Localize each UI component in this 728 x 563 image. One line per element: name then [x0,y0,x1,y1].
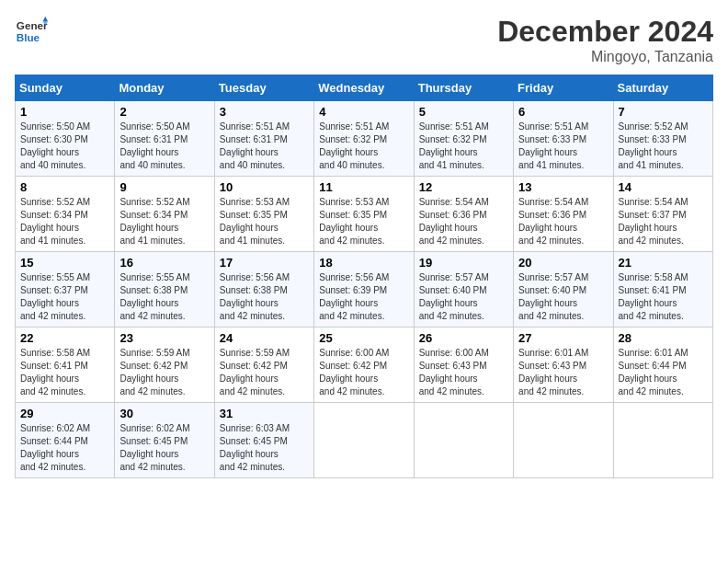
day-info: Sunrise: 5:51 AM Sunset: 6:31 PM Dayligh… [220,121,309,172]
calendar-cell: 12 Sunrise: 5:54 AM Sunset: 6:36 PM Dayl… [414,177,513,252]
page-header: General Blue December 2024 Mingoyo, Tanz… [15,15,713,65]
day-info: Sunrise: 5:51 AM Sunset: 6:32 PM Dayligh… [419,121,508,172]
calendar-cell: 15 Sunrise: 5:55 AM Sunset: 6:37 PM Dayl… [16,252,115,327]
title-block: December 2024 Mingoyo, Tanzania [497,15,713,65]
day-number: 23 [119,331,209,345]
day-info: Sunrise: 5:52 AM Sunset: 6:34 PM Dayligh… [20,196,109,247]
day-info: Sunrise: 5:56 AM Sunset: 6:39 PM Dayligh… [319,271,408,323]
calendar-subtitle: Mingoyo, Tanzania [497,49,713,65]
calendar-cell: 29 Sunrise: 6:02 AM Sunset: 6:44 PM Dayl… [16,403,115,478]
day-info: Sunrise: 5:59 AM Sunset: 6:42 PM Dayligh… [119,347,209,398]
weekday-header-wednesday: Wednesday [314,75,414,101]
day-info: Sunrise: 5:55 AM Sunset: 6:37 PM Dayligh… [20,271,109,323]
day-number: 20 [518,256,608,270]
weekday-header-tuesday: Tuesday [214,75,313,101]
calendar-cell: 21 Sunrise: 5:58 AM Sunset: 6:41 PM Dayl… [613,252,712,327]
day-info: Sunrise: 5:51 AM Sunset: 6:33 PM Dayligh… [518,121,608,172]
day-info: Sunrise: 5:52 AM Sunset: 6:34 PM Dayligh… [119,196,209,247]
day-number: 12 [419,180,508,194]
calendar-cell: 25 Sunrise: 6:00 AM Sunset: 6:42 PM Dayl… [314,327,414,403]
calendar-cell: 11 Sunrise: 5:53 AM Sunset: 6:35 PM Dayl… [314,177,414,252]
calendar-cell: 1 Sunrise: 5:50 AM Sunset: 6:30 PM Dayli… [16,101,115,177]
day-info: Sunrise: 5:51 AM Sunset: 6:32 PM Dayligh… [319,121,408,172]
day-info: Sunrise: 6:01 AM Sunset: 6:43 PM Dayligh… [518,347,608,398]
day-number: 8 [20,180,109,194]
day-number: 3 [220,105,309,119]
day-info: Sunrise: 5:54 AM Sunset: 6:36 PM Dayligh… [518,196,608,247]
calendar-cell: 9 Sunrise: 5:52 AM Sunset: 6:34 PM Dayli… [115,177,214,252]
calendar-cell: 13 Sunrise: 5:54 AM Sunset: 6:36 PM Dayl… [514,177,613,252]
day-info: Sunrise: 5:56 AM Sunset: 6:38 PM Dayligh… [220,271,309,323]
day-info: Sunrise: 6:02 AM Sunset: 6:45 PM Dayligh… [119,422,209,474]
calendar-week-4: 22 Sunrise: 5:58 AM Sunset: 6:41 PM Dayl… [16,327,713,403]
calendar-cell: 24 Sunrise: 5:59 AM Sunset: 6:42 PM Dayl… [214,327,313,403]
calendar-cell [414,403,513,478]
calendar-cell: 4 Sunrise: 5:51 AM Sunset: 6:32 PM Dayli… [314,101,414,177]
calendar-cell [514,403,613,478]
day-info: Sunrise: 6:00 AM Sunset: 6:42 PM Dayligh… [319,347,408,398]
calendar-cell: 31 Sunrise: 6:03 AM Sunset: 6:45 PM Dayl… [214,403,313,478]
day-number: 18 [319,256,408,270]
day-info: Sunrise: 5:57 AM Sunset: 6:40 PM Dayligh… [518,271,608,323]
day-info: Sunrise: 5:58 AM Sunset: 6:41 PM Dayligh… [20,347,109,398]
calendar-cell: 26 Sunrise: 6:00 AM Sunset: 6:43 PM Dayl… [414,327,513,403]
day-info: Sunrise: 5:50 AM Sunset: 6:30 PM Dayligh… [20,121,109,172]
calendar-cell [314,403,414,478]
calendar-week-5: 29 Sunrise: 6:02 AM Sunset: 6:44 PM Dayl… [16,403,713,478]
day-number: 19 [419,256,508,270]
day-number: 26 [419,331,508,345]
day-info: Sunrise: 6:00 AM Sunset: 6:43 PM Dayligh… [419,347,508,398]
calendar-cell: 22 Sunrise: 5:58 AM Sunset: 6:41 PM Dayl… [16,327,115,403]
calendar-week-1: 1 Sunrise: 5:50 AM Sunset: 6:30 PM Dayli… [16,101,713,177]
weekday-header-monday: Monday [115,75,214,101]
calendar-cell: 5 Sunrise: 5:51 AM Sunset: 6:32 PM Dayli… [414,101,513,177]
calendar-cell: 23 Sunrise: 5:59 AM Sunset: 6:42 PM Dayl… [115,327,214,403]
day-number: 11 [319,180,408,194]
weekday-header-row: SundayMondayTuesdayWednesdayThursdayFrid… [16,75,713,101]
weekday-header-thursday: Thursday [414,75,513,101]
weekday-header-sunday: Sunday [16,75,115,101]
calendar-cell: 8 Sunrise: 5:52 AM Sunset: 6:34 PM Dayli… [16,177,115,252]
calendar-cell: 14 Sunrise: 5:54 AM Sunset: 6:37 PM Dayl… [613,177,712,252]
day-number: 25 [319,331,408,345]
calendar-cell: 3 Sunrise: 5:51 AM Sunset: 6:31 PM Dayli… [214,101,313,177]
calendar-cell [613,403,712,478]
day-info: Sunrise: 5:50 AM Sunset: 6:31 PM Dayligh… [119,121,209,172]
day-number: 29 [20,407,109,420]
logo-icon: General Blue [15,15,48,48]
day-number: 6 [518,105,608,119]
calendar-cell: 27 Sunrise: 6:01 AM Sunset: 6:43 PM Dayl… [514,327,613,403]
calendar-cell: 2 Sunrise: 5:50 AM Sunset: 6:31 PM Dayli… [115,101,214,177]
day-number: 5 [419,105,508,119]
day-info: Sunrise: 6:01 AM Sunset: 6:44 PM Dayligh… [619,347,708,398]
weekday-header-friday: Friday [514,75,613,101]
day-info: Sunrise: 5:54 AM Sunset: 6:36 PM Dayligh… [419,196,508,247]
day-number: 16 [119,256,209,270]
calendar-cell: 10 Sunrise: 5:53 AM Sunset: 6:35 PM Dayl… [214,177,313,252]
day-number: 17 [220,256,309,270]
day-number: 13 [518,180,608,194]
day-info: Sunrise: 6:02 AM Sunset: 6:44 PM Dayligh… [20,422,109,474]
day-number: 22 [20,331,109,345]
svg-text:Blue: Blue [17,31,40,43]
day-info: Sunrise: 5:54 AM Sunset: 6:37 PM Dayligh… [619,196,708,247]
day-number: 21 [619,256,708,270]
calendar-week-2: 8 Sunrise: 5:52 AM Sunset: 6:34 PM Dayli… [16,177,713,252]
calendar-week-3: 15 Sunrise: 5:55 AM Sunset: 6:37 PM Dayl… [16,252,713,327]
day-info: Sunrise: 5:59 AM Sunset: 6:42 PM Dayligh… [220,347,309,398]
day-info: Sunrise: 6:03 AM Sunset: 6:45 PM Dayligh… [220,422,309,474]
calendar-cell: 19 Sunrise: 5:57 AM Sunset: 6:40 PM Dayl… [414,252,513,327]
day-info: Sunrise: 5:53 AM Sunset: 6:35 PM Dayligh… [220,196,309,247]
day-number: 24 [220,331,309,345]
day-number: 31 [220,407,309,420]
day-number: 9 [119,180,209,194]
day-info: Sunrise: 5:58 AM Sunset: 6:41 PM Dayligh… [619,271,708,323]
day-number: 15 [20,256,109,270]
calendar-cell: 16 Sunrise: 5:55 AM Sunset: 6:38 PM Dayl… [115,252,214,327]
calendar-cell: 30 Sunrise: 6:02 AM Sunset: 6:45 PM Dayl… [115,403,214,478]
day-info: Sunrise: 5:52 AM Sunset: 6:33 PM Dayligh… [619,121,708,172]
calendar-cell: 28 Sunrise: 6:01 AM Sunset: 6:44 PM Dayl… [613,327,712,403]
day-number: 7 [619,105,708,119]
day-number: 1 [20,105,109,119]
day-number: 2 [119,105,209,119]
